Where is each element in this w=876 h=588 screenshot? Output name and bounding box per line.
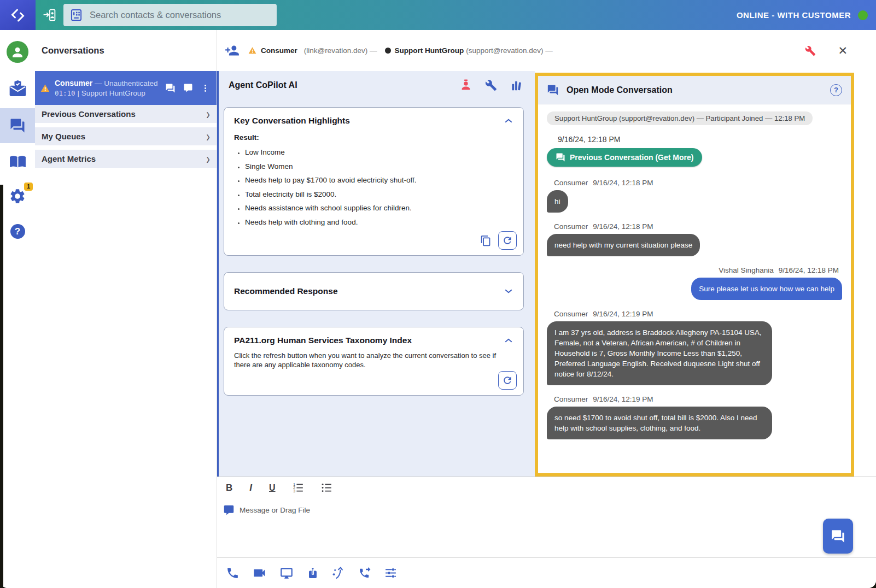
- tune-icon[interactable]: [384, 566, 398, 580]
- chat-message: Consumer9/16/24, 12:18 PMneed help with …: [547, 222, 842, 256]
- warning-icon: [248, 46, 256, 55]
- highlights-card: Key Conversation Highlights Result: Low …: [224, 107, 524, 256]
- italic-button[interactable]: I: [249, 483, 252, 493]
- book-icon: [9, 152, 27, 170]
- chat-message: Vishal Singhania9/16/24, 12:18 PMSure pl…: [547, 266, 842, 300]
- chevron-up-icon[interactable]: [504, 336, 513, 345]
- ai-transfer-icon[interactable]: [332, 566, 346, 580]
- chevron-up-icon[interactable]: [504, 116, 513, 126]
- refresh-button[interactable]: [498, 371, 517, 390]
- close-icon[interactable]: ✕: [838, 45, 848, 56]
- sidebar-item-profile[interactable]: [0, 41, 35, 63]
- message-input[interactable]: Message or Drag File: [223, 504, 876, 516]
- person-remove-icon[interactable]: [460, 79, 472, 91]
- recommended-card[interactable]: Recommended Response: [224, 272, 524, 310]
- app-window: ONLINE - WITH CUSTOMER: [0, 0, 876, 588]
- message-bubble: hi: [547, 190, 568, 213]
- send-message-button[interactable]: [823, 519, 853, 554]
- participants-header: Consumer (link@revation.dev) — Support H…: [217, 30, 876, 71]
- chevron-right-icon: ›: [206, 129, 210, 144]
- bullet-list-icon[interactable]: [321, 482, 332, 493]
- sidebar-item-inbox[interactable]: [0, 80, 35, 98]
- participant-support-detail: (support@revation.dev) —: [466, 46, 553, 55]
- bold-button[interactable]: B: [226, 483, 232, 493]
- message-time: 9/16/24, 12:18 PM: [593, 222, 653, 231]
- message-meta: Consumer9/16/24, 12:19 PM: [554, 310, 653, 318]
- chat-message: Consumer9/16/24, 12:19 PMso need $1700 t…: [547, 395, 842, 439]
- conversations-panel: Conversations Consumer — Unauthenticated…: [35, 30, 217, 588]
- chat-bubble-icon[interactable]: [183, 83, 193, 93]
- phone-icon[interactable]: [226, 566, 240, 580]
- forum-icon[interactable]: [165, 83, 176, 93]
- message-meta: Consumer9/16/24, 12:19 PM: [554, 395, 653, 403]
- search-input[interactable]: [89, 9, 270, 21]
- video-icon[interactable]: [252, 566, 267, 580]
- more-vert-icon[interactable]: [201, 84, 210, 93]
- status-text: ONLINE - WITH CUSTOMER: [737, 10, 851, 20]
- underline-button[interactable]: U: [269, 483, 276, 493]
- conversations-title: Conversations: [42, 45, 104, 56]
- help-icon[interactable]: ?: [830, 84, 842, 96]
- recommended-title: Recommended Response: [234, 286, 338, 296]
- highlight-bullet: Low Income: [245, 148, 513, 156]
- wrench-icon[interactable]: [805, 45, 816, 56]
- previous-conversation-button[interactable]: Previous Conversation (Get More): [547, 148, 702, 167]
- app-logo[interactable]: [0, 0, 36, 30]
- conversation-status: — Unauthenticated: [92, 79, 157, 87]
- wrench-icon[interactable]: [485, 79, 497, 91]
- highlight-bullet: Needs help with clothing and food.: [245, 218, 513, 226]
- agent-status[interactable]: ONLINE - WITH CUSTOMER: [737, 10, 876, 20]
- message-bubble: need help with my current situation plea…: [547, 234, 700, 256]
- sidebar-item-directory[interactable]: [0, 152, 35, 170]
- taxonomy-title: PA211.org Human Services Taxonomy Index: [234, 336, 412, 345]
- ordered-list-icon[interactable]: [293, 482, 304, 493]
- section-label: Agent Metrics: [42, 154, 96, 163]
- participant-consumer-name[interactable]: Consumer: [261, 46, 297, 55]
- taxonomy-body: Click the refresh button when you want t…: [234, 351, 513, 369]
- search-box[interactable]: [63, 4, 277, 26]
- result-label: Result:: [234, 133, 513, 142]
- sidebar-item-help[interactable]: ?: [0, 224, 35, 239]
- copy-icon[interactable]: [480, 235, 492, 246]
- conversation-timer: 01:10: [55, 89, 75, 97]
- call-toolbar: [217, 557, 876, 588]
- message-sender: Consumer: [554, 222, 588, 231]
- bar-chart-icon[interactable]: [510, 79, 523, 92]
- participant-support-name[interactable]: Support HuntGroup: [395, 46, 464, 55]
- message-time: 9/16/24, 12:19 PM: [593, 310, 653, 318]
- section-label: Previous Conversations: [42, 109, 136, 119]
- refresh-button[interactable]: [498, 231, 517, 250]
- copilot-panel: Agent CoPilot AI Key Conversation Highli…: [217, 71, 535, 477]
- dialpad-icon[interactable]: [70, 9, 83, 21]
- phone-forward-icon[interactable]: [358, 567, 371, 580]
- sidebar-item-conversations[interactable]: [0, 108, 35, 143]
- enter-contact-icon[interactable]: [43, 8, 56, 22]
- top-bar: ONLINE - WITH CUSTOMER: [0, 0, 876, 30]
- chat-messages: Consumer9/16/24, 12:18 PMhiConsumer9/16/…: [547, 179, 842, 439]
- system-event-pill: Support HuntGroup (support@revation.dev)…: [547, 111, 813, 125]
- message-meta: Consumer9/16/24, 12:18 PM: [554, 222, 653, 231]
- chat-bubble-icon: [223, 504, 235, 516]
- message-time: 9/16/24, 12:19 PM: [593, 395, 653, 403]
- gear-icon: [9, 187, 26, 205]
- chats-icon: [9, 117, 26, 134]
- taxonomy-card: PA211.org Human Services Taxonomy Index …: [224, 327, 524, 396]
- forum-icon: [547, 84, 559, 96]
- chevron-down-icon[interactable]: [504, 286, 513, 296]
- sidebar-section-my-queues[interactable]: My Queues›: [35, 127, 217, 145]
- settings-badge: 1: [24, 183, 33, 191]
- person-add-icon[interactable]: [225, 43, 240, 58]
- format-toolbar: B I U: [217, 477, 876, 493]
- screen-share-icon[interactable]: [279, 566, 294, 580]
- sidebar-section-agent-metrics[interactable]: Agent Metrics›: [35, 150, 217, 168]
- chevron-right-icon: ›: [206, 151, 210, 166]
- message-sender: Consumer: [554, 310, 588, 318]
- chat-message: Consumer9/16/24, 12:19 PMI am 37 yrs old…: [547, 310, 842, 385]
- chat-transcript[interactable]: Support HuntGroup (support@revation.dev)…: [538, 104, 851, 473]
- share-icon[interactable]: [306, 567, 319, 580]
- conversation-sections: Previous Conversations›My Queues›Agent M…: [35, 105, 217, 172]
- message-time: 9/16/24, 12:18 PM: [779, 266, 839, 274]
- sidebar-section-previous-conversations[interactable]: Previous Conversations›: [35, 105, 217, 123]
- sidebar-item-settings[interactable]: 1: [0, 187, 35, 205]
- conversation-list-item-selected[interactable]: Consumer — Unauthenticated 01:10 | Suppo…: [35, 71, 217, 105]
